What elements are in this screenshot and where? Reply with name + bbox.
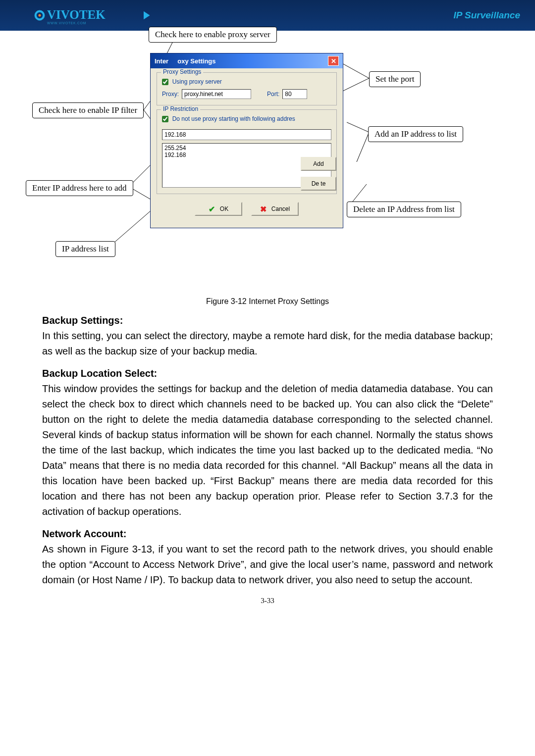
list-item[interactable]: 255.254 xyxy=(164,145,329,151)
proxy-settings-group: Proxy Settings Using proxy server Proxy:… xyxy=(157,72,337,105)
add-button[interactable]: Add xyxy=(301,157,336,171)
dialog-title: Inter oxy Settings xyxy=(155,57,216,65)
group-legend-iprestrict: IP Restriction xyxy=(161,105,200,112)
content-body: Backup Settings: In this setting, you ca… xyxy=(0,315,535,588)
check-icon: ✔ xyxy=(209,204,215,214)
header-bar: VIVOTEK WWW.VIVOTEK.COM IP Surveillance xyxy=(0,0,535,31)
x-icon: ✖ xyxy=(260,204,267,214)
callout-enter-ip: Enter IP address here to add xyxy=(26,180,133,196)
ip-surveillance-label: IP Surveillance xyxy=(454,10,520,21)
callout-add-ip: Add an IP address to list xyxy=(368,126,463,142)
delete-button[interactable]: De te xyxy=(301,177,336,191)
cancel-button[interactable]: ✖ Cancel xyxy=(251,202,299,216)
callout-set-port: Set the port xyxy=(369,71,421,87)
proxy-input[interactable] xyxy=(182,89,251,99)
group-legend-proxy: Proxy Settings xyxy=(161,68,203,75)
svg-point-1 xyxy=(39,14,41,17)
svg-text:VIVOTEK: VIVOTEK xyxy=(47,8,106,21)
para-backup-settings: In this setting, you can select the dire… xyxy=(42,328,493,359)
para-backup-location: This window provides the settings for ba… xyxy=(42,381,493,519)
page-number: 3-33 xyxy=(0,597,535,605)
port-input[interactable] xyxy=(282,89,307,99)
proxy-settings-dialog: Inter oxy Settings ✕ Proxy Settings Usin… xyxy=(150,53,343,228)
callout-enable-ip-filter: Check here to enable IP filter xyxy=(32,102,144,118)
callout-ip-list: IP address list xyxy=(55,241,115,257)
callout-delete-ip: Delete an IP Address from list xyxy=(347,202,461,217)
callout-check-proxy: Check here to enable proxy server xyxy=(149,27,277,43)
figure-caption: Figure 3-12 Internet Proxy Settings xyxy=(0,297,535,306)
ip-restrict-checkbox[interactable] xyxy=(162,116,168,122)
heading-backup-location: Backup Location Select: xyxy=(42,368,493,379)
figure-diagram: Check here to enable proxy server Set th… xyxy=(0,31,535,288)
close-icon[interactable]: ✕ xyxy=(328,56,339,66)
para-network-account: As shown in Figure 3-13, if you want to … xyxy=(42,542,493,588)
ip-entry-input[interactable] xyxy=(162,129,331,140)
proxy-label: Proxy: xyxy=(162,91,179,98)
svg-line-9 xyxy=(357,132,369,162)
ok-button[interactable]: ✔ OK xyxy=(195,202,242,216)
svg-line-10 xyxy=(347,122,369,132)
logo-url: WWW.VIVOTEK.COM xyxy=(47,21,86,25)
dialog-titlebar: Inter oxy Settings ✕ xyxy=(151,53,343,68)
using-proxy-checkbox[interactable] xyxy=(162,79,168,85)
vivotek-logo: VIVOTEK WWW.VIVOTEK.COM xyxy=(0,0,156,31)
heading-network-account: Network Account: xyxy=(42,528,493,540)
svg-marker-3 xyxy=(144,11,150,20)
heading-backup-settings: Backup Settings: xyxy=(42,315,493,326)
using-proxy-label: Using proxy server xyxy=(172,78,222,85)
port-label: Port: xyxy=(267,91,279,98)
ip-restrict-label: Do not use proxy starting with following… xyxy=(172,115,295,122)
